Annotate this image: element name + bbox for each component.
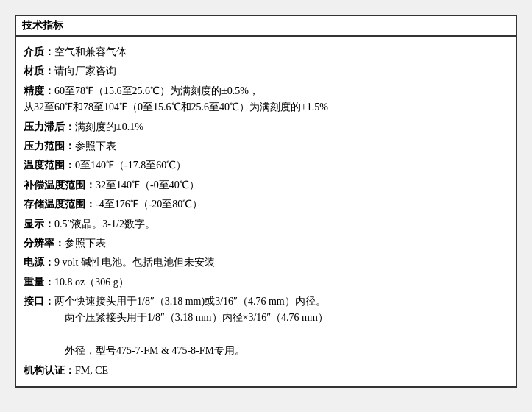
value-accuracy: 60至78℉（15.6至25.6℃）为满刻度的±0.5%，: [54, 85, 259, 96]
row-certification: 机构认证：FM, CE: [24, 363, 508, 379]
label-storage-temp: 存储温度范围：: [24, 199, 96, 210]
label-pressure-range: 压力范围：: [24, 141, 75, 152]
value-certification: FM, CE: [75, 365, 108, 376]
label-weight: 重量：: [24, 277, 54, 288]
label-comp-temp: 补偿温度范围：: [24, 180, 96, 191]
value-interface-line3: 外径，型号475-7-FM & 475-8-FM专用。: [65, 343, 508, 359]
label-interface: 接口：: [24, 296, 54, 307]
label-temp-range: 温度范围：: [24, 160, 75, 171]
header-title: 技术指标: [22, 20, 63, 31]
row-medium: 介质：空气和兼容气体: [24, 44, 508, 60]
label-accuracy: 精度：: [24, 85, 54, 96]
row-resolution: 分辨率：参照下表: [24, 235, 508, 252]
label-pressure-lag: 压力滞后：: [24, 121, 75, 132]
label-resolution: 分辨率：: [24, 238, 65, 249]
value-storage-temp: -4至176℉（-20至80℃）: [96, 199, 202, 210]
label-certification: 机构认证：: [24, 365, 75, 376]
label-medium: 介质：: [24, 46, 54, 57]
value-weight: 10.8 oz（306 g）: [54, 277, 129, 288]
value-interface-line2: 两个压紧接头用于1/8″（3.18 mm）内径×3/16″（4.76 mm）: [65, 310, 508, 326]
value-resolution: 参照下表: [65, 238, 106, 249]
value-material: 请向厂家咨询: [54, 65, 116, 77]
value-medium: 空气和兼容气体: [54, 46, 127, 57]
table-body: 介质：空气和兼容气体 材质：请向厂家咨询 精度：60至78℉（15.6至25.6…: [16, 37, 516, 386]
row-comp-temp: 补偿温度范围：32至140℉（-0至40℃）: [24, 177, 508, 193]
specs-table: 技术指标 介质：空气和兼容气体 材质：请向厂家咨询 精度：60至78℉（15.6…: [15, 15, 517, 388]
value-pressure-lag: 满刻度的±0.1%: [75, 121, 143, 132]
label-power: 电源：: [24, 257, 54, 268]
value-display: 0.5″液晶。3-1/2数字。: [54, 219, 155, 230]
label-display: 显示：: [24, 219, 54, 230]
row-power: 电源：9 volt 碱性电池。包括电池但未安装: [24, 255, 508, 271]
label-material: 材质：: [24, 65, 54, 77]
table-header: 技术指标: [16, 16, 516, 37]
value-accuracy-extra: 从32至60℉和78至104℉（0至15.6℃和25.6至40℃）为满刻度的±1…: [24, 102, 328, 113]
value-comp-temp: 32至140℉（-0至40℃）: [96, 180, 199, 191]
row-display: 显示：0.5″液晶。3-1/2数字。: [24, 216, 508, 232]
row-material: 材质：请向厂家咨询: [24, 63, 508, 79]
value-temp-range: 0至140℉（-17.8至60℃）: [75, 160, 186, 171]
row-interface: 接口：两个快速接头用于1/8″（3.18 mm)或3/16″（4.76 mm）内…: [24, 294, 508, 360]
value-pressure-range: 参照下表: [75, 141, 116, 152]
value-interface-line1: 两个快速接头用于1/8″（3.18 mm)或3/16″（4.76 mm）内径。: [54, 296, 326, 307]
row-pressure-range: 压力范围：参照下表: [24, 138, 508, 154]
row-temp-range: 温度范围：0至140℉（-17.8至60℃）: [24, 157, 508, 174]
value-power: 9 volt 碱性电池。包括电池但未安装: [54, 257, 215, 268]
row-storage-temp: 存储温度范围：-4至176℉（-20至80℃）: [24, 196, 508, 213]
row-accuracy: 精度：60至78℉（15.6至25.6℃）为满刻度的±0.5%， 从32至60℉…: [24, 83, 508, 116]
row-pressure-lag: 压力滞后：满刻度的±0.1%: [24, 119, 508, 135]
row-weight: 重量：10.8 oz（306 g）: [24, 274, 508, 291]
